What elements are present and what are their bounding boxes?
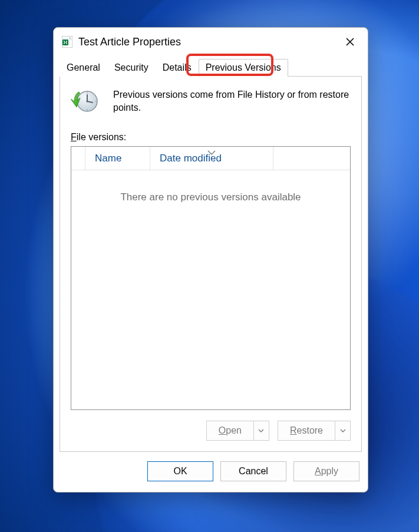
window-title: Test Article Properties [78, 36, 337, 48]
tab-previous-versions[interactable]: Previous Versions [199, 59, 288, 77]
open-split-button[interactable]: Open [206, 421, 269, 441]
info-row: Previous versions come from File History… [71, 87, 351, 115]
restore-split-button[interactable]: Restore [278, 421, 351, 441]
info-text: Previous versions come from File History… [113, 87, 351, 115]
column-name[interactable]: Name [85, 147, 150, 170]
tab-panel-previous-versions: Previous versions come from File History… [60, 77, 362, 452]
svg-rect-1 [62, 39, 68, 45]
tab-strip: General Security Details Previous Versio… [54, 56, 368, 77]
list-header: Name Date modified [71, 147, 350, 170]
excel-file-icon [62, 36, 72, 48]
history-icon [71, 87, 99, 115]
apply-button[interactable]: Apply [293, 461, 359, 481]
file-versions-list[interactable]: Name Date modified There are no previous… [71, 146, 351, 410]
open-button[interactable]: Open [207, 421, 253, 440]
ok-button[interactable]: OK [147, 461, 213, 481]
sort-indicator-icon [207, 146, 216, 158]
cancel-button[interactable]: Cancel [220, 461, 286, 481]
close-button[interactable] [337, 31, 363, 52]
version-actions: Open Restore [71, 421, 351, 441]
list-empty-message: There are no previous versions available [71, 170, 350, 203]
desktop-background: Test Article Properties General Security… [0, 0, 419, 532]
file-versions-label: File versions: [71, 132, 351, 143]
tab-general[interactable]: General [60, 59, 107, 77]
titlebar: Test Article Properties [54, 28, 368, 56]
column-extra[interactable] [273, 147, 350, 170]
chevron-down-icon [258, 429, 264, 432]
dialog-footer: OK Cancel Apply [54, 452, 368, 492]
chevron-down-icon [340, 429, 346, 432]
tab-security[interactable]: Security [107, 59, 156, 77]
properties-dialog: Test Article Properties General Security… [53, 27, 368, 493]
column-spacer[interactable] [71, 147, 85, 170]
open-dropdown[interactable] [253, 421, 269, 440]
restore-button[interactable]: Restore [278, 421, 335, 440]
close-icon [345, 37, 355, 47]
restore-dropdown[interactable] [335, 421, 350, 440]
tab-details[interactable]: Details [156, 59, 199, 77]
column-date-modified[interactable]: Date modified [150, 147, 273, 170]
